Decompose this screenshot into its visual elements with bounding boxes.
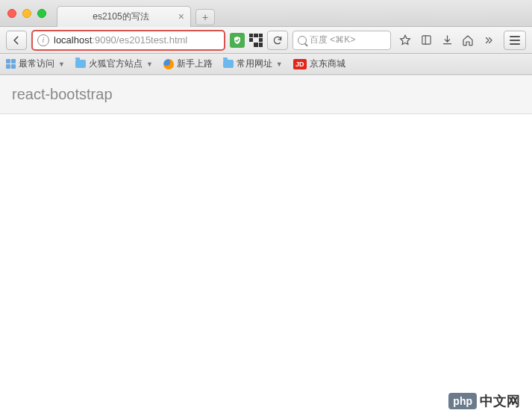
folder-icon	[75, 60, 86, 68]
url-text: localhost:9090/es2015test.html	[54, 34, 187, 46]
bookmark-label: 最常访问	[19, 58, 54, 70]
watermark: php 中文网	[448, 392, 520, 410]
downloads-icon[interactable]	[440, 34, 454, 47]
chevron-down-icon: ▼	[58, 60, 65, 68]
qr-code-icon[interactable]	[249, 34, 263, 47]
reload-icon	[272, 35, 283, 46]
search-box[interactable]: 百度 <⌘K>	[292, 31, 391, 50]
home-icon[interactable]	[461, 34, 475, 47]
arrow-left-icon	[11, 35, 22, 46]
bookmark-jd[interactable]: JD 京东商城	[293, 58, 345, 70]
svg-rect-0	[422, 36, 430, 44]
bookmark-label: 新手上路	[177, 58, 213, 70]
url-bar[interactable]: i localhost:9090/es2015test.html	[31, 30, 225, 51]
toolbar: i localhost:9090/es2015test.html 百度 <⌘K>	[0, 27, 532, 54]
bookmark-most-visited[interactable]: 最常访问 ▼	[6, 58, 65, 70]
site-info-icon[interactable]: i	[37, 34, 49, 46]
page-content: react-bootstrap	[0, 75, 532, 114]
url-host: localhost	[54, 34, 92, 46]
jd-icon: JD	[293, 59, 307, 69]
search-placeholder: 百度 <⌘K>	[310, 34, 355, 46]
panel-title: react-bootstrap	[12, 86, 520, 103]
grid-icon	[6, 59, 16, 69]
hamburger-icon	[510, 36, 520, 37]
toolbar-icons	[398, 34, 495, 47]
hamburger-menu-button[interactable]	[504, 31, 526, 50]
chevron-down-icon: ▼	[276, 60, 283, 68]
new-tab-button[interactable]: +	[195, 9, 215, 25]
bookmark-label: 常用网址	[237, 58, 272, 70]
close-tab-icon[interactable]: ×	[178, 11, 184, 22]
firefox-icon	[163, 59, 174, 69]
bookmark-getting-started[interactable]: 新手上路	[163, 58, 213, 70]
url-path: :9090/es2015test.html	[92, 34, 187, 46]
watermark-text: 中文网	[480, 392, 520, 410]
traffic-lights	[7, 9, 46, 18]
panel: react-bootstrap	[0, 75, 532, 114]
bookmark-label: 火狐官方站点	[89, 58, 143, 70]
browser-tab[interactable]: es2105的写法 ×	[57, 6, 191, 27]
folder-icon	[223, 60, 234, 68]
shield-icon[interactable]	[230, 33, 245, 48]
chevron-down-icon: ▼	[146, 60, 153, 68]
close-window-icon[interactable]	[7, 9, 16, 18]
search-icon	[298, 36, 307, 45]
minimize-window-icon[interactable]	[22, 9, 31, 18]
maximize-window-icon[interactable]	[37, 9, 46, 18]
tab-title: es2105的写法	[63, 10, 178, 23]
bookmark-label: 京东商城	[310, 58, 345, 70]
bookmark-star-icon[interactable]	[398, 34, 412, 47]
sidebar-icon[interactable]	[419, 34, 433, 47]
overflow-icon[interactable]	[482, 34, 495, 47]
bookmark-common-urls[interactable]: 常用网址 ▼	[223, 58, 283, 70]
bookmarks-bar: 最常访问 ▼ 火狐官方站点 ▼ 新手上路 常用网址 ▼ JD 京东商城	[0, 54, 532, 75]
watermark-badge: php	[448, 393, 477, 409]
window-titlebar: es2105的写法 × +	[0, 0, 532, 27]
reload-button[interactable]	[267, 31, 288, 50]
bookmark-firefox-site[interactable]: 火狐官方站点 ▼	[75, 58, 153, 70]
back-button[interactable]	[6, 31, 27, 50]
